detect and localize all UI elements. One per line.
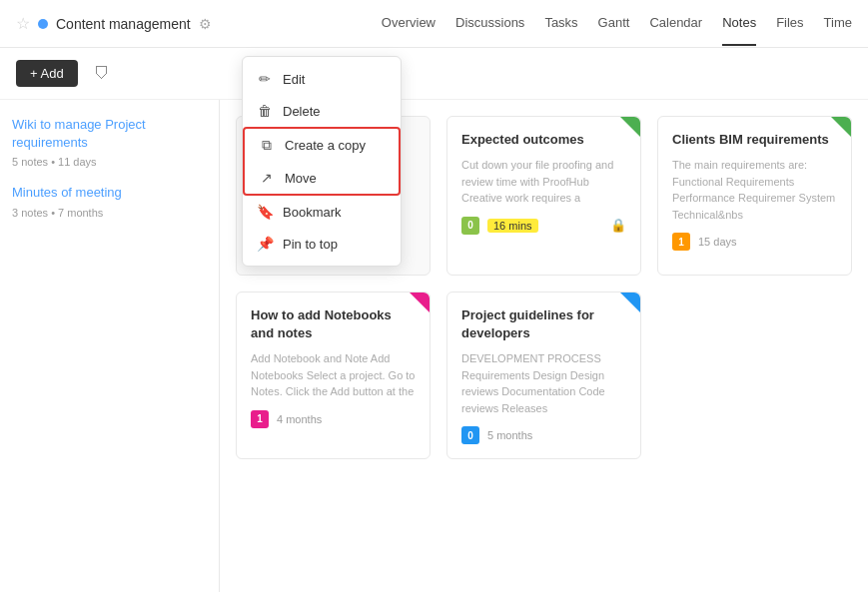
menu-item-create-copy[interactable]: ⧉ Create a copy — [245, 129, 399, 162]
sidebar-item-minutes-meta: 3 notes • 7 months — [12, 207, 207, 219]
tab-discussions[interactable]: Discussions — [455, 1, 524, 46]
sidebar: Wiki to manage Project requirements 5 no… — [0, 100, 220, 592]
filter-icon[interactable]: ⛉ — [94, 65, 110, 83]
menu-item-bookmark-label: Bookmark — [283, 205, 342, 220]
tab-gantt[interactable]: Gantt — [598, 1, 630, 46]
menu-item-delete-label: Delete — [283, 104, 321, 119]
card-how-title: How to add Notebooks and notes — [251, 306, 416, 342]
lock-icon: 🔒 — [610, 218, 626, 233]
sidebar-item-minutes[interactable]: Minutes of meeting 3 notes • 7 months — [12, 184, 207, 218]
project-title: Content management — [56, 16, 191, 32]
tab-files[interactable]: Files — [776, 1, 803, 46]
tab-overview[interactable]: Overview — [382, 1, 435, 46]
card-clients-desc: The main requirements are: Functional Re… — [672, 157, 837, 223]
card-how-to-add[interactable]: How to add Notebooks and notes Add Noteb… — [236, 292, 431, 459]
tab-notes[interactable]: Notes — [722, 1, 756, 46]
card-guidelines-badge: 0 — [461, 426, 479, 444]
card-expected-time-tag: 16 mins — [487, 219, 538, 233]
toolbar: + Add ⛉ — [0, 48, 868, 100]
card-how-desc: Add Notebook and Note Add Notebooks Sele… — [251, 350, 416, 400]
pin-icon: 📌 — [257, 236, 273, 252]
menu-item-pin[interactable]: 📌 Pin to top — [243, 228, 401, 260]
edit-icon: ✏ — [257, 71, 273, 87]
card-clients-title: Clients BIM requirements — [672, 131, 837, 149]
card-expected-desc: Cut down your file proofing and review t… — [461, 157, 626, 207]
tab-tasks[interactable]: Tasks — [544, 1, 577, 46]
project-dot — [38, 19, 48, 29]
menu-item-move[interactable]: ↗ Move — [245, 162, 399, 194]
card-guidelines-footer: 0 5 months — [461, 426, 626, 444]
gear-icon[interactable]: ⚙ — [199, 16, 212, 32]
card-clients-time: 15 days — [698, 236, 737, 248]
highlighted-group: ⧉ Create a copy ↗ Move — [243, 127, 401, 196]
menu-item-bookmark[interactable]: 🔖 Bookmark — [243, 196, 401, 228]
card-corner-blue — [620, 293, 640, 312]
move-icon: ↗ — [259, 170, 275, 186]
bookmark-icon: 🔖 — [257, 204, 273, 220]
card-project-guidelines[interactable]: Project guidelines for developers DEVELO… — [446, 292, 641, 459]
card-corner-pink — [410, 293, 430, 312]
menu-item-copy-label: Create a copy — [285, 138, 366, 153]
star-icon[interactable]: ☆ — [16, 14, 30, 33]
card-guidelines-desc: DEVELOPMENT PROCESS Requirements Design … — [461, 350, 626, 416]
menu-item-move-label: Move — [285, 171, 317, 186]
card-guidelines-title: Project guidelines for developers — [461, 306, 626, 342]
card-expected-badge: 0 — [461, 217, 479, 235]
card-corner-green — [620, 117, 640, 137]
main-content: Wiki to manage Project requirements 5 no… — [0, 100, 868, 592]
card-clients-footer: 1 15 days — [672, 233, 837, 251]
copy-icon: ⧉ — [259, 137, 275, 154]
card-expected-footer: 0 16 mins 🔒 — [461, 217, 626, 235]
nav-tabs: Overview Discussions Tasks Gantt Calenda… — [382, 1, 852, 46]
card-expected-outcomes[interactable]: Expected outcomes Cut down your file pro… — [446, 116, 641, 276]
card-expected-title: Expected outcomes — [461, 131, 626, 149]
card-how-footer: 1 4 months — [251, 410, 416, 428]
sidebar-item-minutes-title: Minutes of meeting — [12, 184, 207, 202]
sidebar-item-wiki[interactable]: Wiki to manage Project requirements 5 no… — [12, 116, 207, 168]
add-button[interactable]: + Add — [16, 60, 78, 87]
delete-icon: 🗑 — [257, 103, 273, 119]
tab-time[interactable]: Time — [824, 1, 852, 46]
card-how-time: 4 months — [277, 413, 322, 425]
card-how-badge: 1 — [251, 410, 269, 428]
card-clients-bim[interactable]: Clients BIM requirements The main requir… — [657, 116, 852, 276]
sidebar-item-wiki-title: Wiki to manage Project requirements — [12, 116, 207, 152]
header: ☆ Content management ⚙ Overview Discussi… — [0, 0, 868, 48]
sidebar-item-wiki-meta: 5 notes • 11 days — [12, 156, 207, 168]
menu-item-edit[interactable]: ✏ Edit — [243, 63, 401, 95]
app-container: ☆ Content management ⚙ Overview Discussi… — [0, 0, 868, 592]
menu-item-edit-label: Edit — [283, 72, 305, 87]
card-clients-badge: 1 — [672, 233, 690, 251]
header-left: ☆ Content management ⚙ — [16, 14, 212, 33]
tab-calendar[interactable]: Calendar — [649, 1, 702, 46]
card-guidelines-time: 5 months — [487, 429, 532, 441]
menu-item-pin-label: Pin to top — [283, 237, 338, 252]
card-corner-green2 — [831, 117, 851, 137]
context-menu: ✏ Edit 🗑 Delete ⧉ Create a copy ↗ — [242, 56, 402, 267]
menu-item-delete[interactable]: 🗑 Delete — [243, 95, 401, 127]
